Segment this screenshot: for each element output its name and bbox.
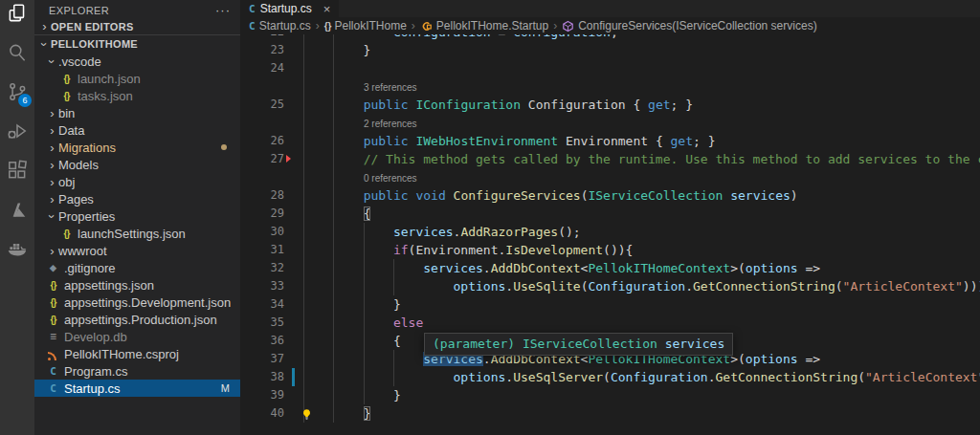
azure-icon[interactable] xyxy=(0,189,34,228)
indent-guide xyxy=(364,223,365,404)
project-root-header[interactable]: › PELLOKITHOME xyxy=(34,35,240,53)
breadcrumb-item-method[interactable]: ConfigureServices(IServiceCollection ser… xyxy=(562,19,816,33)
line-number[interactable]: 31 xyxy=(240,241,284,259)
explorer-icon[interactable] xyxy=(0,0,34,33)
codelens-references[interactable]: 2 references xyxy=(240,114,980,132)
tooltip-text: services xyxy=(665,337,725,351)
chevron-down-icon: › xyxy=(37,38,52,51)
breadcrumb-separator-icon: › xyxy=(412,19,415,33)
tree-item[interactable]: {}appsettings.Development.json xyxy=(34,294,240,311)
tree-item[interactable]: ≡Develop.db xyxy=(34,328,240,345)
line-number[interactable]: 36 xyxy=(240,332,284,350)
explorer-more-actions-icon[interactable]: ··· xyxy=(215,7,231,14)
gutter-decorations xyxy=(284,150,303,168)
tree-item[interactable]: ›Data xyxy=(34,121,240,139)
line-number[interactable]: 27 xyxy=(240,150,284,168)
line-number[interactable]: 29 xyxy=(240,205,284,223)
tree-item[interactable]: {}launchSettings.json xyxy=(34,225,240,242)
tree-item[interactable]: ◆.gitignore xyxy=(34,259,240,276)
line-number[interactable]: 28 xyxy=(240,186,284,205)
tree-item[interactable]: ›Properties xyxy=(34,207,240,225)
line-number[interactable]: 22 xyxy=(240,34,284,41)
tree-item[interactable]: PellokITHome.csproj xyxy=(34,345,240,362)
tree-item-label: .vscode xyxy=(58,54,101,69)
line-number[interactable]: 37 xyxy=(240,350,284,368)
chevron-right-icon: › xyxy=(46,123,58,138)
code-line[interactable]: 29 { xyxy=(240,205,980,223)
gutter-decorations xyxy=(284,41,303,59)
tree-item[interactable]: ›wwwroot xyxy=(34,242,240,259)
breadcrumb-item-file[interactable]: C Startup.cs xyxy=(249,19,311,33)
code-text: { xyxy=(303,205,370,223)
json-file-icon: {} xyxy=(59,73,74,85)
line-number[interactable]: 35 xyxy=(240,314,284,332)
code-text: services.AddRazorPages(); xyxy=(303,223,581,241)
breadcrumb-item-namespace[interactable]: { } PellokITHome xyxy=(324,19,407,33)
code-line[interactable]: 35 else xyxy=(240,314,980,332)
code-line[interactable]: 22 Configuration = configuration; xyxy=(240,34,980,41)
code-line[interactable]: 25 public IConfiguration Configuration {… xyxy=(240,96,980,114)
tree-item[interactable]: ›Migrations xyxy=(34,139,240,156)
run-and-debug-icon[interactable] xyxy=(0,111,34,150)
code-line[interactable]: 30 services.AddRazorPages(); xyxy=(240,223,980,241)
git-file-icon: ◆ xyxy=(46,262,60,274)
tree-item[interactable]: CStartup.csM xyxy=(34,380,240,397)
code-line[interactable]: 24 xyxy=(240,59,980,77)
code-line[interactable]: 33 options.UseSqlite(Configuration.GetCo… xyxy=(240,277,980,295)
line-number[interactable]: 32 xyxy=(240,259,284,277)
source-control-icon[interactable]: 6 xyxy=(0,72,34,111)
codelens-references[interactable]: 3 references xyxy=(240,77,980,96)
search-icon[interactable] xyxy=(0,33,34,72)
close-tab-icon[interactable]: × xyxy=(323,2,331,16)
line-number[interactable]: 23 xyxy=(240,41,284,59)
tree-item[interactable]: CProgram.cs xyxy=(34,362,240,380)
code-line[interactable]: 26 public IWebHostEnvironment Environmen… xyxy=(240,132,980,150)
tree-item-label: tasks.json xyxy=(78,89,133,103)
chevron-right-icon: › xyxy=(46,175,58,189)
code-editor[interactable]: 22 Configuration = configuration;23 }243… xyxy=(240,34,980,435)
tree-item[interactable]: {}tasks.json xyxy=(34,87,240,104)
cs-file-icon: C xyxy=(46,382,60,395)
line-number[interactable]: 33 xyxy=(240,277,284,295)
line-number[interactable]: 39 xyxy=(240,386,284,404)
lightbulb-icon[interactable] xyxy=(301,407,313,420)
tree-item[interactable]: {}appsettings.Production.json xyxy=(34,311,240,328)
code-line[interactable]: 34 } xyxy=(240,295,980,314)
code-line[interactable]: 31 if(Environment.IsDevelopment()){ xyxy=(240,241,980,259)
codelens-references[interactable]: 0 references xyxy=(240,168,980,186)
tree-item[interactable]: ›Pages xyxy=(34,190,240,207)
tree-item[interactable]: {}appsettings.json xyxy=(34,276,240,294)
line-number[interactable]: 38 xyxy=(240,368,284,386)
json-file-icon: {} xyxy=(46,296,60,309)
breadcrumb-item-class[interactable]: PellokITHome.Startup xyxy=(420,19,548,33)
chevron-right-icon: › xyxy=(46,106,58,120)
code-line[interactable]: 39 } xyxy=(240,386,980,404)
code-line[interactable]: 23 } xyxy=(240,41,980,59)
extensions-icon[interactable] xyxy=(0,150,34,189)
gutter-decorations xyxy=(284,350,303,368)
tree-item[interactable]: ›obj xyxy=(34,173,240,190)
line-number[interactable]: 24 xyxy=(240,59,284,77)
tree-item[interactable]: ›bin xyxy=(34,104,240,121)
code-line[interactable]: 28 public void ConfigureServices(IServic… xyxy=(240,186,980,205)
tree-item-label: Properties xyxy=(58,209,115,224)
tab-startup-cs[interactable]: C Startup.cs × xyxy=(240,0,339,17)
open-editors-header[interactable]: › OPEN EDITORS xyxy=(34,18,240,35)
code-line[interactable]: 40 } xyxy=(240,404,980,423)
tree-item[interactable]: ›Models xyxy=(34,156,240,173)
tree-item[interactable]: {}launch.json xyxy=(34,70,240,87)
code-line[interactable]: 27 // This method gets called by the run… xyxy=(240,150,980,168)
code-line[interactable]: 32 services.AddDbContext<PellokITHomeCon… xyxy=(240,259,980,277)
gutter-decorations xyxy=(284,277,303,295)
gutter-decorations xyxy=(284,34,303,41)
line-number[interactable]: 26 xyxy=(240,132,284,150)
line-number[interactable]: 25 xyxy=(240,96,284,114)
line-number[interactable]: 34 xyxy=(240,295,284,314)
line-number[interactable]: 40 xyxy=(240,404,284,423)
json-file-icon: {} xyxy=(59,90,74,102)
line-number[interactable]: 30 xyxy=(240,223,284,241)
code-line[interactable]: 38 options.UseSqlServer(Configuration.Ge… xyxy=(240,368,980,386)
csharp-file-icon: C xyxy=(249,20,256,33)
tree-item[interactable]: ›.vscode xyxy=(34,53,240,70)
docker-icon[interactable] xyxy=(0,228,34,268)
